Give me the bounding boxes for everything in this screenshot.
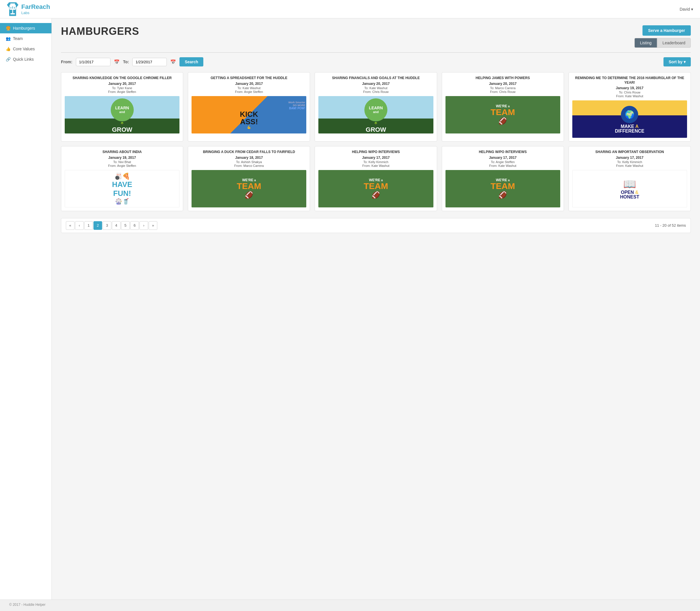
card-item[interactable]: HELPING W/PO INTERVIEWS January 17, 2017… [315,146,437,211]
card-date: January 17, 2017 [489,155,517,160]
pagination: «‹123456›» 11 - 20 of 52 items [61,218,691,233]
page-button[interactable]: ‹ [75,221,84,230]
sort-label: Sort by [669,60,683,64]
card-date: January 20, 2017 [362,82,390,86]
card-image: WE'RE a TEAM 🏈 [192,170,306,207]
sidebar-item-label: Team [13,36,23,41]
card-from: From: Marco Carrera [234,164,264,167]
page-button[interactable]: 4 [112,221,121,230]
sidebar-item-team[interactable]: 👥Team [0,33,51,44]
card-title: HELPING W/PO INTERVIEWS [479,150,527,154]
card-item[interactable]: REMINDING ME TO DETERMINE THE 2016 HAMBU… [568,72,691,141]
page-button[interactable]: 2 [93,221,102,230]
card-image: WE'RE a TEAM 🏈 [445,170,560,207]
layout: 🍔Hamburgers👥Team👍Core Values🔗Quick Links… [0,18,700,599]
sort-button[interactable]: Sort by ▾ [664,57,691,66]
card-title: SHARING FINANCIALS AND GOALS AT THE HUDD… [332,76,420,80]
card-to: To: Kelly Kimmich [617,160,642,164]
listing-button[interactable]: Listing [635,38,657,48]
card-item[interactable]: HELPING JAMES WITH POWERS January 20, 20… [442,72,564,141]
page-button[interactable]: 1 [84,221,93,230]
team-icon: 👥 [6,36,11,41]
search-button[interactable]: Search [180,57,203,66]
card-to: To: Ashish Shakya [236,160,262,164]
logo-icon [7,2,18,16]
card-date: January 18, 2017 [235,155,263,160]
card-to: To: Kelly Kimmich [364,160,389,164]
quick-links-icon: 🔗 [6,57,11,62]
card-date: January 17, 2017 [362,155,390,160]
card-item[interactable]: BRINGING A DUCK FROM CEDAR FALLS TO FAIR… [188,146,310,211]
sidebar-item-label: Hamburgers [13,26,35,30]
page-info: 11 - 20 of 52 items [655,223,686,227]
core-values-icon: 👍 [6,47,11,51]
card-title: HELPING JAMES WITH POWERS [476,76,530,80]
from-date-input[interactable] [76,58,110,66]
card-title: REMINDING ME TO DETERMINE THE 2016 HAMBU… [572,76,687,85]
to-calendar-icon[interactable]: 📅 [170,59,176,65]
header: FarReach Labs David ▾ [0,0,700,18]
sidebar: 🍔Hamburgers👥Team👍Core Values🔗Quick Links [0,18,52,599]
card-item[interactable]: SHARING AN IMPORTANT OBSERVATION January… [568,146,691,211]
card-from: From: Kate Washut [616,94,643,98]
card-title: BRINGING A DUCK FROM CEDAR FALLS TO FAIR… [203,150,295,154]
card-item[interactable]: SHARING FINANCIALS AND GOALS AT THE HUDD… [315,72,437,141]
serve-hamburger-button[interactable]: Serve a Hamburger [642,25,691,36]
footer-text: © 2017 - Huddle Helper [9,603,45,607]
user-name: David [680,7,690,12]
footer: © 2017 - Huddle Helper [0,599,700,610]
chevron-down-icon: ▾ [691,7,693,12]
page-button[interactable]: 5 [121,221,130,230]
card-to: To: Kate Washut [238,86,261,90]
card-date: January 19, 2017 [108,155,136,160]
sidebar-item-core-values[interactable]: 👍Core Values [0,44,51,54]
to-date-input[interactable] [132,58,167,66]
card-to: To: Nivi Bhat [113,160,131,164]
card-image: 🎳🍕 HAVEFUN! 🎡🥤 [65,170,180,207]
card-date: January 17, 2017 [616,155,643,160]
card-image: Work SmarterDO MOREBAM! POW! KICKASS! 💪 [192,96,306,133]
sort-chevron-icon: ▾ [684,60,686,64]
card-item[interactable]: HELPING W/PO INTERVIEWS January 17, 2017… [442,146,564,211]
page-button[interactable]: 3 [103,221,111,230]
sidebar-item-hamburgers[interactable]: 🍔Hamburgers [0,23,51,33]
card-from: From: Chris Rouw [363,90,389,93]
card-title: GETTING A SPREADSHEET FOR THE HUDDLE [211,76,287,80]
cards-grid: SHARING KNOWLEDGE ON THE GOOGLE CHROME F… [61,72,691,211]
view-toggle: Listing Leaderboard [635,38,691,48]
page-button[interactable]: 6 [130,221,139,230]
card-date: January 20, 2017 [235,82,263,86]
card-date: January 20, 2017 [489,82,517,86]
card-date: January 19, 2017 [616,86,643,90]
card-from: From: Kate Washut [362,164,390,167]
sidebar-item-label: Core Values [13,47,35,51]
card-item[interactable]: SHARING ABOUT INDIA January 19, 2017 To:… [61,146,183,211]
sidebar-item-label: Quick Links [13,57,34,62]
from-calendar-icon[interactable]: 📅 [114,59,120,65]
card-to: To: Angie Steffen [491,160,515,164]
page-button[interactable]: › [139,221,148,230]
card-from: From: Angie Steffen [108,164,136,167]
user-menu[interactable]: David ▾ [680,7,693,12]
card-date: January 20, 2017 [108,82,136,86]
main-content: HAMBURGERS Serve a Hamburger Listing Lea… [52,18,700,599]
leaderboard-button[interactable]: Leaderboard [657,38,691,48]
card-title: SHARING KNOWLEDGE ON THE GOOGLE CHROME F… [73,76,172,80]
page-button[interactable]: « [66,221,75,230]
card-from: From: Chris Rouw [490,90,516,93]
card-image: LEARNand 🌳 GROW [318,96,433,133]
card-image: WE'RE a TEAM 🏈 [318,170,433,207]
card-image: LEARNand 🌳 GROW [65,96,180,133]
page-title: HAMBURGERS [61,25,139,38]
sidebar-item-quick-links[interactable]: 🔗Quick Links [0,54,51,64]
page-button[interactable]: » [149,221,157,230]
card-item[interactable]: GETTING A SPREADSHEET FOR THE HUDDLE Jan… [188,72,310,141]
card-to: To: Kate Washut [364,86,387,90]
card-image: 🌍 MAKE aDIFFERENCE [572,100,687,138]
card-image: 📖 OPEN &HONEST [572,170,687,207]
logo-name: FarReach [21,3,50,11]
card-to: To: Chris Rouw [619,91,640,94]
card-item[interactable]: SHARING KNOWLEDGE ON THE GOOGLE CHROME F… [61,72,183,141]
filter-row: From: 📅 To: 📅 Search Sort by ▾ [61,53,691,66]
card-to: To: Marco Carrera [490,86,516,90]
